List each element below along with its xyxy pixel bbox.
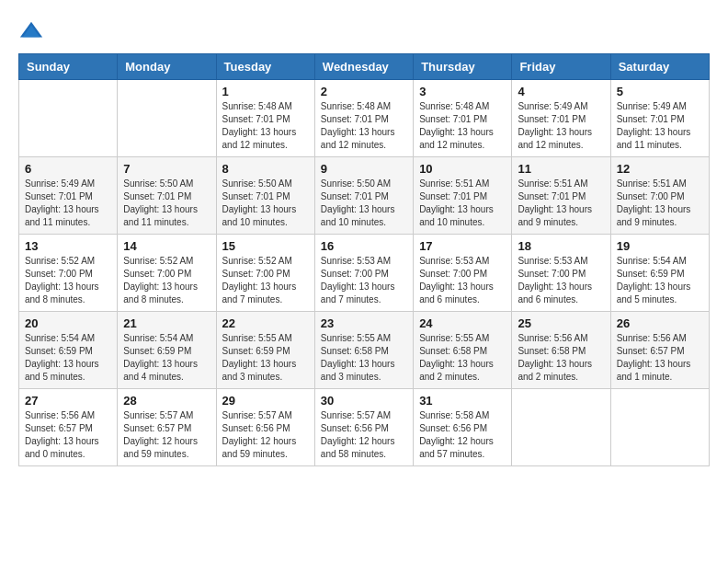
day-number: 10 [419, 162, 506, 176]
day-number: 12 [617, 162, 703, 176]
day-number: 31 [419, 394, 506, 408]
calendar-cell: 15Sunrise: 5:52 AM Sunset: 7:00 PM Dayli… [216, 235, 314, 312]
day-info: Sunrise: 5:52 AM Sunset: 7:00 PM Dayligh… [25, 255, 111, 306]
day-number: 21 [123, 316, 210, 330]
calendar-cell: 20Sunrise: 5:54 AM Sunset: 6:59 PM Dayli… [19, 312, 118, 389]
day-number: 3 [419, 85, 506, 98]
calendar-cell: 24Sunrise: 5:55 AM Sunset: 6:58 PM Dayli… [414, 312, 512, 389]
day-info: Sunrise: 5:56 AM Sunset: 6:57 PM Dayligh… [25, 409, 111, 461]
day-info: Sunrise: 5:48 AM Sunset: 7:01 PM Dayligh… [222, 100, 309, 152]
calendar-cell: 25Sunrise: 5:56 AM Sunset: 6:58 PM Dayli… [512, 312, 610, 389]
calendar-cell: 11Sunrise: 5:51 AM Sunset: 7:01 PM Dayli… [512, 157, 610, 235]
day-info: Sunrise: 5:51 AM Sunset: 7:01 PM Dayligh… [518, 178, 604, 229]
day-number: 19 [617, 239, 703, 253]
day-info: Sunrise: 5:55 AM Sunset: 6:59 PM Dayligh… [222, 332, 309, 384]
day-info: Sunrise: 5:54 AM Sunset: 6:59 PM Dayligh… [123, 332, 210, 384]
day-info: Sunrise: 5:55 AM Sunset: 6:58 PM Dayligh… [419, 332, 506, 384]
day-number: 6 [25, 162, 111, 176]
day-info: Sunrise: 5:53 AM Sunset: 7:00 PM Dayligh… [321, 255, 407, 306]
calendar-cell: 2Sunrise: 5:48 AM Sunset: 7:01 PM Daylig… [314, 80, 413, 157]
calendar-cell: 23Sunrise: 5:55 AM Sunset: 6:58 PM Dayli… [314, 312, 413, 389]
calendar-cell: 4Sunrise: 5:49 AM Sunset: 7:01 PM Daylig… [512, 80, 610, 157]
logo-icon [18, 18, 44, 44]
day-info: Sunrise: 5:49 AM Sunset: 7:01 PM Dayligh… [518, 100, 604, 152]
day-number: 22 [222, 316, 309, 330]
calendar-cell [19, 80, 118, 157]
calendar-cell: 12Sunrise: 5:51 AM Sunset: 7:00 PM Dayli… [610, 157, 709, 235]
calendar-header-row: SundayMondayTuesdayWednesdayThursdayFrid… [19, 54, 710, 80]
calendar-cell: 31Sunrise: 5:58 AM Sunset: 6:56 PM Dayli… [414, 389, 512, 466]
day-number: 7 [123, 162, 210, 176]
day-number: 29 [222, 394, 309, 408]
calendar-cell: 16Sunrise: 5:53 AM Sunset: 7:00 PM Dayli… [314, 235, 413, 312]
day-number: 11 [518, 162, 604, 176]
day-info: Sunrise: 5:58 AM Sunset: 6:56 PM Dayligh… [419, 409, 506, 461]
day-of-week-header: Saturday [610, 54, 709, 80]
calendar-cell: 9Sunrise: 5:50 AM Sunset: 7:01 PM Daylig… [314, 157, 413, 235]
day-of-week-header: Tuesday [216, 54, 314, 80]
day-info: Sunrise: 5:52 AM Sunset: 7:00 PM Dayligh… [123, 255, 210, 306]
day-number: 27 [25, 394, 111, 408]
day-number: 1 [222, 85, 309, 98]
calendar-cell: 30Sunrise: 5:57 AM Sunset: 6:56 PM Dayli… [314, 389, 413, 466]
day-number: 14 [123, 239, 210, 253]
day-number: 23 [321, 316, 407, 330]
day-info: Sunrise: 5:54 AM Sunset: 6:59 PM Dayligh… [25, 332, 111, 384]
calendar-cell: 18Sunrise: 5:53 AM Sunset: 7:00 PM Dayli… [512, 235, 610, 312]
day-of-week-header: Thursday [414, 54, 512, 80]
calendar-cell: 19Sunrise: 5:54 AM Sunset: 6:59 PM Dayli… [610, 235, 709, 312]
day-of-week-header: Sunday [19, 54, 118, 80]
calendar-week-row: 20Sunrise: 5:54 AM Sunset: 6:59 PM Dayli… [19, 312, 710, 389]
day-number: 9 [321, 162, 407, 176]
day-number: 25 [518, 316, 604, 330]
day-of-week-header: Wednesday [314, 54, 413, 80]
calendar-cell: 7Sunrise: 5:50 AM Sunset: 7:01 PM Daylig… [118, 157, 216, 235]
calendar-cell [512, 389, 610, 466]
calendar-cell: 10Sunrise: 5:51 AM Sunset: 7:01 PM Dayli… [414, 157, 512, 235]
calendar-week-row: 27Sunrise: 5:56 AM Sunset: 6:57 PM Dayli… [19, 389, 710, 466]
calendar-cell: 14Sunrise: 5:52 AM Sunset: 7:00 PM Dayli… [118, 235, 216, 312]
day-number: 20 [25, 316, 111, 330]
calendar-week-row: 6Sunrise: 5:49 AM Sunset: 7:01 PM Daylig… [19, 157, 710, 235]
day-info: Sunrise: 5:57 AM Sunset: 6:56 PM Dayligh… [321, 409, 407, 461]
day-number: 2 [321, 85, 407, 98]
day-number: 30 [321, 394, 407, 408]
calendar-cell: 28Sunrise: 5:57 AM Sunset: 6:57 PM Dayli… [118, 389, 216, 466]
day-info: Sunrise: 5:56 AM Sunset: 6:57 PM Dayligh… [617, 332, 703, 384]
day-number: 13 [25, 239, 111, 253]
calendar-cell: 17Sunrise: 5:53 AM Sunset: 7:00 PM Dayli… [414, 235, 512, 312]
day-of-week-header: Friday [512, 54, 610, 80]
day-info: Sunrise: 5:48 AM Sunset: 7:01 PM Dayligh… [321, 100, 407, 152]
day-info: Sunrise: 5:49 AM Sunset: 7:01 PM Dayligh… [25, 178, 111, 229]
calendar-cell: 5Sunrise: 5:49 AM Sunset: 7:01 PM Daylig… [610, 80, 709, 157]
calendar-week-row: 1Sunrise: 5:48 AM Sunset: 7:01 PM Daylig… [19, 80, 710, 157]
calendar-cell: 22Sunrise: 5:55 AM Sunset: 6:59 PM Dayli… [216, 312, 314, 389]
day-info: Sunrise: 5:57 AM Sunset: 6:57 PM Dayligh… [123, 409, 210, 461]
day-number: 5 [617, 85, 703, 98]
day-info: Sunrise: 5:50 AM Sunset: 7:01 PM Dayligh… [222, 178, 309, 229]
day-number: 18 [518, 239, 604, 253]
calendar-cell: 29Sunrise: 5:57 AM Sunset: 6:56 PM Dayli… [216, 389, 314, 466]
page-header [18, 18, 710, 44]
calendar-cell: 8Sunrise: 5:50 AM Sunset: 7:01 PM Daylig… [216, 157, 314, 235]
day-info: Sunrise: 5:51 AM Sunset: 7:01 PM Dayligh… [419, 178, 506, 229]
day-info: Sunrise: 5:49 AM Sunset: 7:01 PM Dayligh… [617, 100, 703, 152]
day-info: Sunrise: 5:50 AM Sunset: 7:01 PM Dayligh… [123, 178, 210, 229]
calendar-cell: 26Sunrise: 5:56 AM Sunset: 6:57 PM Dayli… [610, 312, 709, 389]
day-info: Sunrise: 5:50 AM Sunset: 7:01 PM Dayligh… [321, 178, 407, 229]
day-info: Sunrise: 5:52 AM Sunset: 7:00 PM Dayligh… [222, 255, 309, 306]
calendar-cell [610, 389, 709, 466]
logo [18, 18, 48, 44]
day-number: 26 [617, 316, 703, 330]
day-number: 24 [419, 316, 506, 330]
calendar-cell: 13Sunrise: 5:52 AM Sunset: 7:00 PM Dayli… [19, 235, 118, 312]
day-info: Sunrise: 5:55 AM Sunset: 6:58 PM Dayligh… [321, 332, 407, 384]
calendar-cell: 6Sunrise: 5:49 AM Sunset: 7:01 PM Daylig… [19, 157, 118, 235]
day-info: Sunrise: 5:48 AM Sunset: 7:01 PM Dayligh… [419, 100, 506, 152]
day-info: Sunrise: 5:53 AM Sunset: 7:00 PM Dayligh… [518, 255, 604, 306]
day-info: Sunrise: 5:56 AM Sunset: 6:58 PM Dayligh… [518, 332, 604, 384]
day-info: Sunrise: 5:53 AM Sunset: 7:00 PM Dayligh… [419, 255, 506, 306]
day-of-week-header: Monday [118, 54, 216, 80]
day-info: Sunrise: 5:51 AM Sunset: 7:00 PM Dayligh… [617, 178, 703, 229]
day-info: Sunrise: 5:54 AM Sunset: 6:59 PM Dayligh… [617, 255, 703, 306]
